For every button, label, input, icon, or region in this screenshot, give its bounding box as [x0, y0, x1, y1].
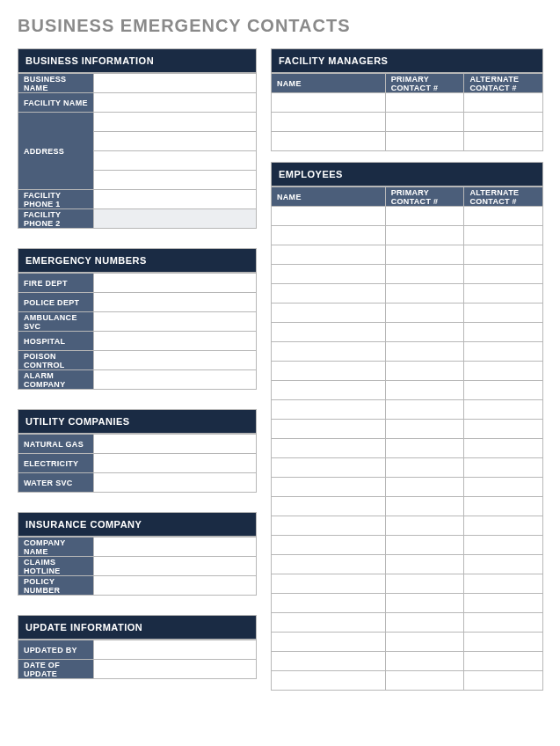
- emp-alternate-14[interactable]: [464, 478, 543, 497]
- fm-primary-0[interactable]: [385, 93, 464, 113]
- emp-alternate-13[interactable]: [464, 458, 543, 478]
- emp-alternate-20[interactable]: [464, 594, 543, 613]
- emergency-value-5[interactable]: [94, 370, 257, 390]
- fm-alternate-0[interactable]: [464, 93, 543, 113]
- emp-alternate-19[interactable]: [464, 574, 543, 594]
- insurance-value-1[interactable]: [94, 557, 257, 576]
- emp-primary-20[interactable]: [385, 594, 464, 613]
- insurance-value-0[interactable]: [94, 538, 257, 557]
- emp-name-13[interactable]: [272, 458, 386, 478]
- value-phone1[interactable]: [94, 190, 257, 209]
- value-address-4[interactable]: [94, 171, 257, 190]
- emp-alternate-18[interactable]: [464, 555, 543, 574]
- emp-name-14[interactable]: [272, 478, 386, 497]
- emp-name-15[interactable]: [272, 497, 386, 516]
- emp-name-19[interactable]: [272, 574, 386, 594]
- emergency-value-3[interactable]: [94, 332, 257, 351]
- emp-name-1[interactable]: [272, 226, 386, 245]
- emp-alternate-16[interactable]: [464, 516, 543, 536]
- emp-alternate-10[interactable]: [464, 400, 543, 420]
- update-value-0[interactable]: [94, 640, 257, 660]
- fm-primary-1[interactable]: [385, 113, 464, 132]
- emp-primary-4[interactable]: [385, 284, 464, 304]
- emp-name-4[interactable]: [272, 284, 386, 304]
- emp-primary-22[interactable]: [385, 633, 464, 652]
- emp-name-17[interactable]: [272, 536, 386, 555]
- emp-primary-11[interactable]: [385, 420, 464, 439]
- emp-name-16[interactable]: [272, 516, 386, 536]
- emp-primary-0[interactable]: [385, 207, 464, 226]
- emp-alternate-12[interactable]: [464, 439, 543, 458]
- emp-alternate-5[interactable]: [464, 304, 543, 323]
- fm-name-1[interactable]: [272, 113, 386, 132]
- emp-primary-18[interactable]: [385, 555, 464, 574]
- emp-primary-12[interactable]: [385, 439, 464, 458]
- emergency-value-4[interactable]: [94, 351, 257, 370]
- emp-primary-3[interactable]: [385, 265, 464, 284]
- emp-alternate-6[interactable]: [464, 323, 543, 342]
- emergency-value-2[interactable]: [94, 312, 257, 332]
- emp-name-9[interactable]: [272, 381, 386, 400]
- emp-alternate-24[interactable]: [464, 671, 543, 691]
- emp-alternate-7[interactable]: [464, 342, 543, 362]
- emp-primary-8[interactable]: [385, 362, 464, 381]
- emp-primary-2[interactable]: [385, 245, 464, 265]
- emp-primary-21[interactable]: [385, 613, 464, 633]
- emp-primary-15[interactable]: [385, 497, 464, 516]
- emergency-value-0[interactable]: [94, 274, 257, 293]
- emp-primary-9[interactable]: [385, 381, 464, 400]
- emp-name-8[interactable]: [272, 362, 386, 381]
- emp-primary-16[interactable]: [385, 516, 464, 536]
- emp-alternate-8[interactable]: [464, 362, 543, 381]
- emergency-value-1[interactable]: [94, 293, 257, 312]
- value-address-1[interactable]: [94, 113, 257, 132]
- emp-primary-5[interactable]: [385, 304, 464, 323]
- emp-name-11[interactable]: [272, 420, 386, 439]
- emp-name-18[interactable]: [272, 555, 386, 574]
- value-phone2[interactable]: [94, 209, 257, 229]
- value-address-3[interactable]: [94, 151, 257, 171]
- emp-name-5[interactable]: [272, 304, 386, 323]
- emp-primary-17[interactable]: [385, 536, 464, 555]
- emp-alternate-17[interactable]: [464, 536, 543, 555]
- emp-alternate-9[interactable]: [464, 381, 543, 400]
- emp-primary-7[interactable]: [385, 342, 464, 362]
- emp-alternate-0[interactable]: [464, 207, 543, 226]
- fm-alternate-2[interactable]: [464, 132, 543, 151]
- emp-name-3[interactable]: [272, 265, 386, 284]
- emp-primary-24[interactable]: [385, 671, 464, 691]
- emp-name-10[interactable]: [272, 400, 386, 420]
- update-value-1[interactable]: [94, 660, 257, 679]
- emp-primary-1[interactable]: [385, 226, 464, 245]
- utility-value-2[interactable]: [94, 473, 257, 493]
- utility-value-1[interactable]: [94, 454, 257, 473]
- emp-primary-6[interactable]: [385, 323, 464, 342]
- emp-name-0[interactable]: [272, 207, 386, 226]
- emp-name-12[interactable]: [272, 439, 386, 458]
- emp-primary-14[interactable]: [385, 478, 464, 497]
- emp-name-20[interactable]: [272, 594, 386, 613]
- fm-alternate-1[interactable]: [464, 113, 543, 132]
- fm-name-2[interactable]: [272, 132, 386, 151]
- emp-primary-10[interactable]: [385, 400, 464, 420]
- emp-name-23[interactable]: [272, 652, 386, 671]
- emp-name-21[interactable]: [272, 613, 386, 633]
- emp-primary-19[interactable]: [385, 574, 464, 594]
- emp-alternate-11[interactable]: [464, 420, 543, 439]
- emp-name-22[interactable]: [272, 633, 386, 652]
- emp-name-24[interactable]: [272, 671, 386, 691]
- insurance-value-2[interactable]: [94, 576, 257, 596]
- value-address-2[interactable]: [94, 132, 257, 151]
- utility-value-0[interactable]: [94, 435, 257, 454]
- emp-name-7[interactable]: [272, 342, 386, 362]
- value-facility-name[interactable]: [94, 93, 257, 113]
- fm-primary-2[interactable]: [385, 132, 464, 151]
- emp-alternate-4[interactable]: [464, 284, 543, 304]
- emp-name-2[interactable]: [272, 245, 386, 265]
- emp-alternate-22[interactable]: [464, 633, 543, 652]
- value-business-name[interactable]: [94, 74, 257, 93]
- fm-name-0[interactable]: [272, 93, 386, 113]
- emp-alternate-1[interactable]: [464, 226, 543, 245]
- emp-alternate-2[interactable]: [464, 245, 543, 265]
- emp-alternate-3[interactable]: [464, 265, 543, 284]
